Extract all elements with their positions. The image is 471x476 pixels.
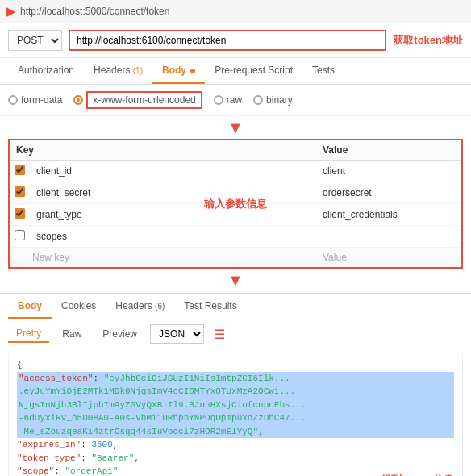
new-key-placeholder[interactable]: New key [26, 248, 316, 267]
radio-formdata [8, 95, 18, 105]
params-section: Key Value client_id client client_secret… [8, 139, 463, 269]
option-raw[interactable]: raw [214, 94, 242, 106]
json-line-4: -6dUyxiRv_o5D0BA0-A0s-VbM11URhphYNPOqDpm… [17, 411, 454, 425]
param-checkbox-1[interactable] [10, 182, 30, 203]
radio-raw [214, 95, 223, 105]
checkbox-client-secret[interactable] [15, 186, 25, 197]
view-pretty[interactable]: Pretty [8, 325, 49, 343]
token-address-label: 获取token地址 [393, 33, 463, 48]
json-line-1: "access_token": "eyJhbGciOiJSUzI1NiIsImt… [17, 372, 454, 386]
col-value-header: Value [316, 140, 461, 160]
param-checkbox-0[interactable] [10, 161, 30, 182]
arrow-down-2: ▼ [0, 272, 471, 288]
param-key-2: grant_type [30, 205, 316, 224]
json-line-3: NjgsInNjb3BlIjpbIm9yZGVyQXBiIl9.BJnnHXsj… [17, 399, 454, 412]
param-checkbox-3[interactable] [10, 226, 30, 247]
param-value-3 [316, 232, 461, 240]
json-line-6: "expires_in": 3600, [17, 438, 454, 452]
json-line-2: .eyJuYmYiOjE2MTk1MDk0NjgsImV4cCI6MTYxOTU… [17, 385, 454, 399]
col-key-header: Key [10, 140, 316, 160]
new-value-placeholder[interactable]: Value [316, 248, 461, 267]
radio-urlencoded [73, 95, 83, 105]
tab-body[interactable]: Body [152, 58, 205, 84]
main-tabs: Authorization Headers (1) Body Pre-reque… [0, 58, 471, 85]
json-output: { "access_token": "eyJhbGciOiJSUzI1NiIsI… [8, 353, 463, 476]
view-preview[interactable]: Preview [94, 326, 145, 342]
param-value-0: client [316, 161, 461, 181]
tab-authorization[interactable]: Authorization [8, 58, 84, 84]
checkbox-client-id[interactable] [15, 165, 25, 175]
url-bar-text: http://localhost:5000/connect/token [20, 6, 169, 17]
request-row: POST GET 获取token地址 [0, 23, 471, 58]
option-binary[interactable]: binary [253, 94, 293, 106]
param-row-2: grant_type client_credentials [10, 204, 461, 226]
view-options: Pretty Raw Preview JSON XML HTML ☰ [0, 319, 471, 349]
view-raw[interactable]: Raw [54, 326, 90, 342]
param-row-1: client_secret ordersecret [10, 182, 461, 204]
option-formdata[interactable]: form-data [8, 94, 62, 106]
param-key-0: client_id [30, 161, 316, 181]
json-line-0: { [17, 358, 454, 372]
tab-tests[interactable]: Tests [302, 58, 344, 84]
token-info-label: 得到Token信息 [381, 473, 454, 477]
param-key-3: scopes [30, 227, 316, 246]
param-row-3: scopes [10, 226, 461, 248]
radio-binary [253, 95, 263, 105]
param-row-0: client_id client [10, 161, 461, 182]
param-key-1: client_secret [30, 183, 316, 203]
bottom-tabs: Body Cookies Headers (6) Test Results [0, 294, 471, 319]
bottom-section: Body Cookies Headers (6) Test Results Pr… [0, 293, 471, 476]
new-key-row: New key Value [10, 248, 461, 267]
body-dot [190, 69, 195, 73]
tab-prerequest[interactable]: Pre-request Script [205, 58, 302, 84]
params-header: Key Value [10, 140, 461, 161]
json-line-5: -Me_sZouzqeaKi4ztrCsqq44sIuVodcl7zHOR2mE… [17, 425, 454, 439]
checkbox-grant-type[interactable] [15, 208, 25, 219]
url-input[interactable] [69, 30, 386, 51]
method-select[interactable]: POST GET [8, 30, 62, 51]
filter-icon[interactable]: ☰ [214, 327, 225, 342]
bottom-tab-cookies[interactable]: Cookies [52, 294, 106, 319]
bottom-tab-headers[interactable]: Headers (6) [106, 294, 174, 319]
option-urlencoded[interactable]: x-www-form-urlencoded [73, 91, 202, 109]
json-line-7: "token_type": "Bearer", [17, 452, 454, 466]
param-checkbox-2[interactable] [10, 204, 30, 225]
body-options: form-data x-www-form-urlencoded raw bina… [0, 85, 471, 116]
url-bar: ▶ http://localhost:5000/connect/token [0, 0, 471, 23]
checkbox-scopes[interactable] [15, 230, 25, 240]
param-value-2: client_credentials [316, 205, 461, 224]
bottom-tab-body[interactable]: Body [8, 294, 52, 319]
url-bar-arrow: ▶ [6, 5, 15, 18]
param-value-1: ordersecret [316, 183, 461, 203]
format-select[interactable]: JSON XML HTML [150, 324, 204, 344]
arrow-down-1: ▼ [0, 119, 471, 136]
tab-headers[interactable]: Headers (1) [84, 58, 152, 84]
bottom-tab-testresults[interactable]: Test Results [174, 294, 246, 319]
